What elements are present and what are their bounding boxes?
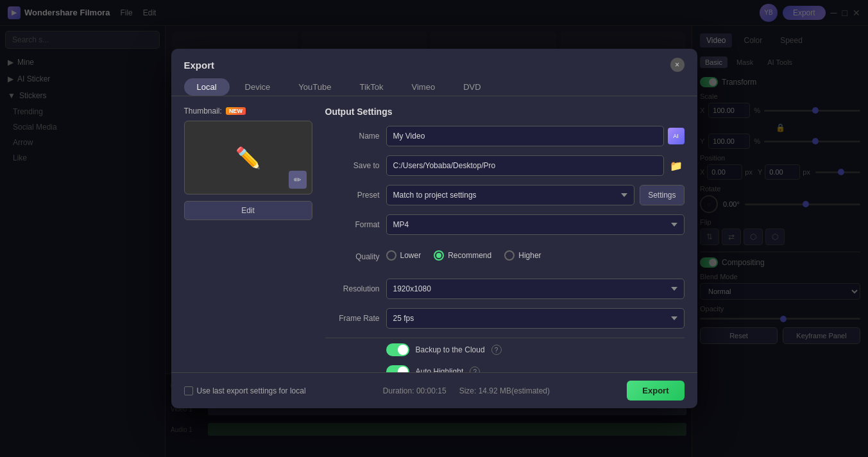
name-input[interactable] (386, 126, 664, 146)
modal-footer: Use last export settings for local Durat… (171, 372, 697, 408)
name-label: Name (325, 132, 380, 141)
app-container: ▶ Wondershare Filmora File Edit YB Expor… (0, 0, 868, 457)
resolution-select[interactable]: 1920x1080 (386, 279, 685, 299)
quality-higher-radio[interactable] (504, 250, 515, 261)
use-last-settings-checkbox[interactable] (184, 386, 193, 395)
format-row: Format MP4 (325, 214, 685, 235)
size-info: Size: 14.92 MB(estimated) (459, 386, 550, 395)
backup-help-icon[interactable]: ? (491, 345, 502, 355)
size-value: 14.92 MB(estimated) (479, 386, 550, 395)
duration-label: Duration: (383, 386, 414, 395)
preset-row: Preset Match to project settings Setting… (325, 185, 685, 205)
tab-tiktok[interactable]: TikTok (346, 78, 396, 96)
preset-container: Match to project settings Settings (386, 185, 685, 205)
preset-select[interactable]: Match to project settings (386, 185, 635, 205)
tab-local[interactable]: Local (184, 78, 230, 96)
output-settings: Output Settings Name AI Save to (325, 107, 685, 362)
quality-recommend-label: Recommend (448, 251, 491, 260)
size-label: Size: (459, 386, 477, 395)
frame-rate-select[interactable]: 25 fps (386, 308, 685, 329)
quality-lower-radio[interactable] (386, 250, 396, 261)
use-last-settings-checkbox-label[interactable]: Use last export settings for local (184, 386, 306, 395)
save-to-input[interactable] (386, 155, 664, 176)
export-modal: Export × Local Device YouTube TikTok Vim… (171, 49, 697, 408)
thumbnail-box: ✏️ ✏ (184, 121, 312, 194)
modal-tab-bar: Local Device YouTube TikTok Vimeo DVD (171, 72, 697, 96)
format-label: Format (325, 220, 380, 229)
tab-dvd[interactable]: DVD (450, 78, 493, 96)
new-badge: NEW (226, 107, 246, 115)
quality-higher[interactable]: Higher (504, 250, 541, 261)
auto-highlight-row: Auto Highlight ? (325, 365, 685, 372)
tab-vimeo[interactable]: Vimeo (399, 78, 448, 96)
preset-label: Preset (325, 191, 380, 200)
save-to-row: Save to 📁 (325, 155, 685, 176)
browse-folder-button[interactable]: 📁 (668, 157, 685, 174)
thumbnail-pencil-icon: ✏ (289, 171, 307, 189)
thumbnail-text: Thumbnail: (184, 107, 222, 116)
modal-overlay: Export × Local Device YouTube TikTok Vim… (0, 0, 868, 457)
use-last-settings-label: Use last export settings for local (197, 386, 306, 395)
save-to-label: Save to (325, 161, 380, 170)
quality-lower[interactable]: Lower (386, 250, 421, 261)
duration-value: 00:00:15 (416, 386, 447, 395)
name-input-container: AI (386, 126, 685, 146)
settings-divider (325, 338, 685, 338)
resolution-label: Resolution (325, 284, 380, 293)
auto-highlight-label: Auto Highlight (416, 367, 464, 372)
modal-header: Export × (171, 49, 697, 72)
tab-device[interactable]: Device (232, 78, 284, 96)
frame-rate-row: Frame Rate 25 fps (325, 308, 685, 329)
auto-highlight-help-icon[interactable]: ? (470, 366, 480, 372)
thumbnail-label: Thumbnail: NEW (184, 107, 312, 116)
quality-row: Quality Lower Recommend (325, 244, 685, 270)
quality-recommend-radio[interactable] (434, 250, 444, 261)
quality-label: Quality (325, 252, 380, 261)
output-title: Output Settings (325, 107, 685, 117)
format-select[interactable]: MP4 (386, 214, 685, 235)
thumbnail-section: Thumbnail: NEW ✏️ ✏ Edit (184, 107, 312, 362)
save-to-container: 📁 (386, 155, 685, 176)
export-button-modal[interactable]: Export (627, 381, 684, 401)
modal-body: Thumbnail: NEW ✏️ ✏ Edit Output Settings… (171, 96, 697, 372)
thumbnail-placeholder-icon: ✏️ (235, 146, 261, 170)
quality-options: Lower Recommend Higher (386, 244, 541, 267)
backup-cloud-label: Backup to the Cloud (416, 345, 485, 354)
ai-rename-button[interactable]: AI (668, 128, 685, 144)
edit-thumbnail-button[interactable]: Edit (184, 201, 312, 220)
quality-higher-label: Higher (518, 251, 541, 260)
footer-left: Use last export settings for local (184, 386, 306, 395)
modal-close-button[interactable]: × (670, 58, 685, 72)
footer-info: Duration: 00:00:15 Size: 14.92 MB(estima… (383, 386, 550, 395)
auto-highlight-toggle[interactable] (386, 365, 409, 372)
duration-info: Duration: 00:00:15 (383, 386, 447, 395)
name-row: Name AI (325, 126, 685, 146)
resolution-row: Resolution 1920x1080 (325, 279, 685, 299)
settings-button[interactable]: Settings (640, 185, 684, 205)
quality-recommend[interactable]: Recommend (434, 250, 491, 261)
tab-youtube[interactable]: YouTube (285, 78, 344, 96)
backup-cloud-toggle[interactable] (386, 343, 409, 356)
quality-lower-label: Lower (400, 251, 421, 260)
frame-rate-label: Frame Rate (325, 314, 380, 323)
modal-title: Export (184, 60, 215, 71)
backup-cloud-row: Backup to the Cloud ? (325, 343, 685, 356)
